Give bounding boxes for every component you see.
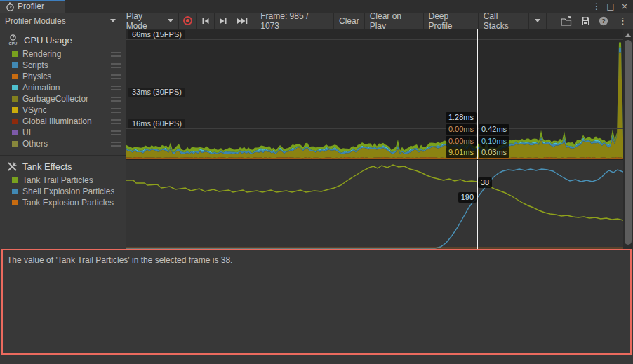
maximize-icon[interactable]: □ [605, 1, 616, 12]
tank-effects-lines [126, 160, 623, 249]
tab-title: Profiler [18, 1, 44, 11]
legend-color-swatch [12, 189, 18, 194]
chevron-down-icon [110, 19, 116, 22]
scroll-up-arrow-icon[interactable] [625, 33, 631, 37]
profiler-modules-label: Profiler Modules [5, 16, 66, 26]
previous-frame-button[interactable] [197, 13, 215, 29]
legend-item-tank-trail-particles[interactable]: Tank Trail Particles [0, 175, 126, 186]
module-header-tank-effects[interactable]: Tank Effects [0, 156, 126, 175]
help-icon: ? [599, 16, 608, 26]
legend-item-others[interactable]: Others [0, 138, 126, 149]
series-line-tank-trail-particles [126, 165, 623, 220]
fps-gridline [126, 128, 623, 129]
clear-label: Clear [339, 16, 359, 26]
legend-label: Rendering [22, 49, 61, 59]
legend-color-swatch [12, 51, 18, 57]
current-frame-button[interactable] [232, 13, 253, 29]
legend-item-rendering[interactable]: Rendering [0, 48, 126, 60]
profiler-modules-dropdown[interactable]: Profiler Modules [0, 13, 121, 29]
legend-color-swatch [12, 141, 18, 147]
legend-label: Others [22, 139, 48, 149]
frame-value-label: 0.00ms [446, 136, 477, 147]
drag-handle-icon[interactable] [111, 97, 121, 102]
selected-frame-line[interactable] [477, 29, 478, 159]
fps-gridline [126, 39, 623, 40]
record-button[interactable] [179, 13, 197, 29]
legend-item-tank-explosion-particles[interactable]: Tank Explosion Particles [0, 197, 126, 208]
call-stacks-button[interactable]: Call Stacks [479, 13, 529, 29]
status-message: The value of 'Tank Trail Particles' in t… [3, 250, 630, 270]
legend-label: Animation [22, 83, 60, 93]
legend-label: GarbageCollector [22, 94, 88, 104]
legend-color-swatch [12, 107, 18, 113]
call-stacks-label: Call Stacks [484, 11, 524, 31]
legend-item-global-illumination[interactable]: Global Illumination [0, 116, 126, 127]
frame-value-label: 1.28ms [446, 112, 477, 123]
play-mode-dropdown[interactable]: Play Mode [121, 13, 180, 29]
load-profile-button[interactable] [557, 13, 577, 29]
skip-back-icon [201, 18, 210, 25]
drag-handle-icon[interactable] [111, 52, 121, 57]
cpu-icon: CPU [7, 34, 19, 46]
record-icon [183, 16, 192, 25]
legend-item-shell-explosion-particles[interactable]: Shell Explosion Particles [0, 186, 126, 197]
legend-label: Scripts [22, 60, 48, 70]
deep-profile-button[interactable]: Deep Profile [424, 13, 479, 29]
vertical-scrollbar[interactable] [623, 29, 633, 249]
selected-frame-line[interactable] [477, 160, 478, 249]
window-menu-icon[interactable]: ⋮ [591, 1, 602, 12]
legend-label: Physics [22, 72, 51, 81]
help-button[interactable]: ? [594, 13, 613, 29]
legend-color-swatch [12, 177, 18, 183]
save-profile-button[interactable] [577, 13, 594, 29]
legend-color-swatch [12, 62, 18, 68]
scrollbar-thumb[interactable] [625, 40, 632, 245]
next-frame-button[interactable] [215, 13, 232, 29]
close-icon[interactable]: × [619, 1, 630, 12]
legend-item-ui[interactable]: UI [0, 127, 126, 138]
legend-item-garbagecollector[interactable]: GarbageCollector [0, 93, 126, 105]
status-panel: The value of 'Tank Trail Particles' in t… [0, 249, 633, 364]
save-floppy-icon [581, 16, 590, 25]
legend-item-animation[interactable]: Animation [0, 82, 126, 93]
legend-label: Tank Explosion Particles [22, 198, 114, 208]
tank-effects-chart[interactable]: 38190 [126, 160, 623, 249]
legend-color-swatch [12, 85, 18, 90]
drag-handle-icon[interactable] [111, 108, 121, 113]
legend-item-physics[interactable]: Physics [0, 71, 126, 82]
open-folder-icon [561, 16, 573, 26]
toolbar-menu-icon[interactable]: ⋮ [613, 13, 633, 29]
legend-color-swatch [12, 74, 18, 79]
drag-handle-icon[interactable] [111, 119, 121, 124]
cpu-layer-blue [126, 49, 623, 154]
profiler-stopwatch-icon [6, 2, 15, 11]
drag-handle-icon[interactable] [111, 86, 121, 90]
drag-handle-icon[interactable] [111, 130, 121, 135]
frame-value-label: 9.01ms [446, 147, 477, 158]
drag-handle-icon[interactable] [111, 74, 121, 79]
svg-text:CPU: CPU [9, 41, 18, 46]
window-controls: ⋮ □ × [591, 0, 633, 13]
play-mode-label: Play Mode [126, 11, 164, 31]
cpu-layer-cyan [126, 48, 623, 154]
drag-handle-icon[interactable] [111, 142, 121, 147]
legend-color-swatch [12, 130, 18, 135]
drag-handle-icon[interactable] [111, 63, 121, 68]
tank-legend: Tank Trail ParticlesShell Explosion Part… [0, 175, 126, 208]
cpu-legend: RenderingScriptsPhysicsAnimationGarbageC… [0, 48, 126, 149]
clear-on-play-button[interactable]: Clear on Play [365, 13, 424, 29]
skip-to-end-icon [236, 18, 248, 25]
cpu-usage-chart[interactable]: 66ms (15FPS)33ms (30FPS)16ms (60FPS) 1.2… [126, 29, 623, 159]
clear-button[interactable]: Clear [334, 13, 365, 29]
profiler-window: Profiler ⋮ □ × Profiler Modules Play Mod… [0, 0, 633, 364]
module-header-cpu-usage[interactable]: CPU CPU Usage [0, 29, 126, 48]
legend-label: Global Illumination [22, 116, 92, 126]
tab-profiler[interactable]: Profiler [0, 0, 65, 13]
legend-item-scripts[interactable]: Scripts [0, 60, 126, 71]
tools-icon [7, 161, 18, 172]
sidebar: CPU CPU Usage RenderingScriptsPhysicsAni… [0, 29, 126, 249]
call-stacks-dropdown[interactable] [529, 13, 547, 29]
legend-item-vsync[interactable]: VSync [0, 105, 126, 116]
chart-area: 66ms (15FPS)33ms (30FPS)16ms (60FPS) 1.2… [126, 29, 623, 249]
toolbar: Profiler Modules Play Mode [0, 13, 633, 29]
